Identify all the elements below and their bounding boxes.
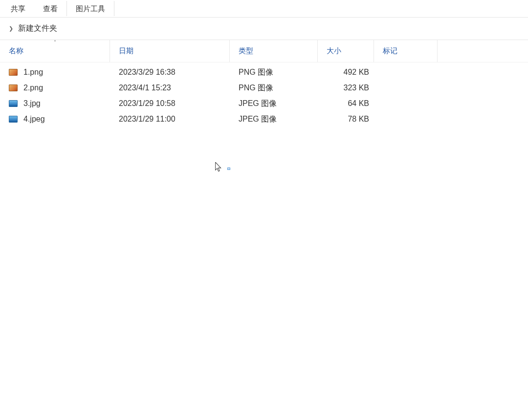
selection-marquee xyxy=(227,168,230,170)
file-cell-size: 323 KB xyxy=(318,84,374,92)
breadcrumb-folder[interactable]: 新建文件夹 xyxy=(18,23,57,34)
file-list[interactable]: 1.png2023/3/29 16:38PNG 图像492 KB2.png202… xyxy=(0,63,528,127)
column-header-tag[interactable]: 标记 xyxy=(374,40,438,62)
column-header-name[interactable]: ˄ 名称 xyxy=(0,40,110,62)
column-header-label: 类型 xyxy=(239,46,253,56)
file-name: 2.png xyxy=(23,84,43,92)
png-file-icon xyxy=(9,69,18,76)
file-cell-size: 78 KB xyxy=(318,115,374,124)
file-cell-size: 492 KB xyxy=(318,68,374,77)
column-header-size[interactable]: 大小 xyxy=(318,40,374,62)
column-header-label: 大小 xyxy=(327,46,341,56)
file-cell-name[interactable]: 2.png xyxy=(0,84,110,92)
ribbon-separator xyxy=(114,1,114,16)
file-cell-type: PNG 图像 xyxy=(230,67,318,78)
file-cell-type: PNG 图像 xyxy=(230,83,318,93)
file-cell-date: 2023/3/29 16:38 xyxy=(110,68,230,77)
file-cell-name[interactable]: 4.jpeg xyxy=(0,115,110,124)
column-header-label: 标记 xyxy=(383,46,397,56)
ribbon-tab-view[interactable]: 查看 xyxy=(34,0,66,17)
column-header-label: 日期 xyxy=(119,46,133,56)
file-cell-type: JPEG 图像 xyxy=(230,99,318,109)
jpg-file-icon xyxy=(9,100,18,107)
file-row[interactable]: 4.jpeg2023/1/29 11:00JPEG 图像78 KB xyxy=(0,111,528,127)
file-name: 1.png xyxy=(23,68,43,77)
file-cell-name[interactable]: 3.jpg xyxy=(0,99,110,108)
file-cell-type: JPEG 图像 xyxy=(230,114,318,125)
png-file-icon xyxy=(9,84,18,91)
ribbon: 共享 查看 图片工具 xyxy=(0,0,528,18)
file-cell-name[interactable]: 1.png xyxy=(0,68,110,77)
file-cell-date: 2023/1/29 10:58 xyxy=(110,99,230,108)
mouse-cursor-icon xyxy=(215,162,222,172)
column-header-label: 名称 xyxy=(9,46,23,56)
column-header-type[interactable]: 类型 xyxy=(230,40,318,62)
file-row[interactable]: 1.png2023/3/29 16:38PNG 图像492 KB xyxy=(0,64,528,80)
column-headers: ˄ 名称 日期 类型 大小 标记 xyxy=(0,40,528,63)
file-name: 4.jpeg xyxy=(23,115,45,124)
column-header-date[interactable]: 日期 xyxy=(110,40,230,62)
file-cell-date: 2023/1/29 11:00 xyxy=(110,115,230,124)
ribbon-tab-share[interactable]: 共享 xyxy=(2,0,34,17)
breadcrumb[interactable]: ❯ 新建文件夹 xyxy=(0,18,528,40)
sort-ascending-icon: ˄ xyxy=(54,40,56,45)
file-row[interactable]: 3.jpg2023/1/29 10:58JPEG 图像64 KB xyxy=(0,96,528,111)
ribbon-tab-picture-tools[interactable]: 图片工具 xyxy=(67,0,114,17)
file-row[interactable]: 2.png2023/4/1 15:23PNG 图像323 KB xyxy=(0,80,528,96)
file-name: 3.jpg xyxy=(23,99,41,108)
chevron-right-icon: ❯ xyxy=(9,25,13,32)
file-cell-date: 2023/4/1 15:23 xyxy=(110,84,230,92)
jpg-file-icon xyxy=(9,116,18,123)
file-cell-size: 64 KB xyxy=(318,99,374,108)
